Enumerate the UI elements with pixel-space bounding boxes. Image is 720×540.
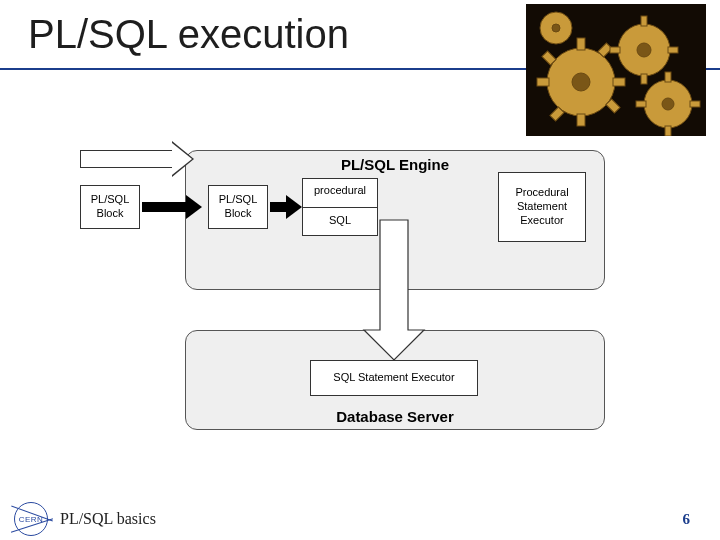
svg-point-12 xyxy=(637,43,651,57)
plsql-block-outer: PL/SQL Block xyxy=(80,185,140,229)
svg-rect-6 xyxy=(613,78,625,86)
page-number: 6 xyxy=(683,511,691,528)
svg-rect-5 xyxy=(537,78,549,86)
cern-logo-icon: CERN xyxy=(14,502,48,536)
plsql-engine-label: PL/SQL Engine xyxy=(185,156,605,173)
split-divider xyxy=(302,207,378,208)
slide-title: PL/SQL execution xyxy=(28,12,349,57)
database-server-label: Database Server xyxy=(185,408,605,425)
svg-rect-14 xyxy=(641,74,647,84)
svg-point-2 xyxy=(572,73,590,91)
svg-rect-13 xyxy=(641,16,647,26)
svg-point-18 xyxy=(662,98,674,110)
gears-image xyxy=(526,4,706,136)
svg-rect-22 xyxy=(690,101,700,107)
svg-rect-15 xyxy=(610,47,620,53)
svg-rect-20 xyxy=(665,126,671,136)
procedural-executor-box: Procedural Statement Executor xyxy=(498,172,586,242)
svg-rect-3 xyxy=(577,38,585,50)
footer-topic: PL/SQL basics xyxy=(60,510,156,528)
split-procedural-label: procedural xyxy=(306,184,374,196)
diagram: PL/SQL Engine Database Server PL/SQL Blo… xyxy=(80,150,640,470)
svg-rect-4 xyxy=(577,114,585,126)
svg-rect-16 xyxy=(668,47,678,53)
svg-point-24 xyxy=(552,24,560,32)
svg-rect-21 xyxy=(636,101,646,107)
slide: PL/SQL execution xyxy=(0,0,720,540)
plsql-block-inner: PL/SQL Block xyxy=(208,185,268,229)
svg-rect-19 xyxy=(665,72,671,82)
arrow-sql-down xyxy=(320,210,430,370)
footer: CERN PL/SQL basics 6 xyxy=(0,498,720,540)
